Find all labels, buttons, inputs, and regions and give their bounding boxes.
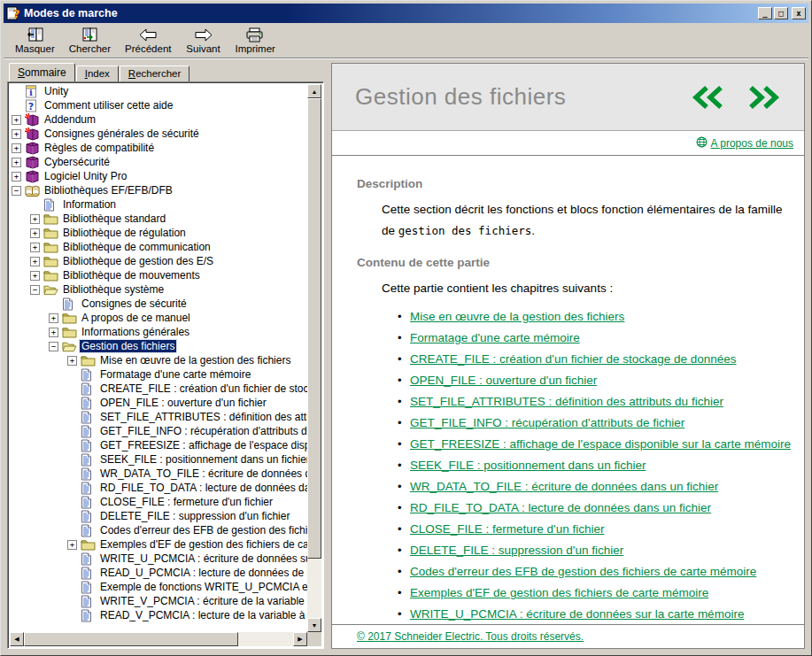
previous-topic-icon[interactable]: [691, 85, 726, 110]
tree-item[interactable]: − Bibliothèque système: [10, 282, 307, 297]
tree-item[interactable]: WR_DATA_TO_FILE : écriture de données da…: [10, 467, 307, 481]
chapter-link[interactable]: DELETE_FILE : suppression d'un fichier: [410, 544, 623, 557]
chapter-link[interactable]: Exemples d'EF de gestion des fichiers de…: [410, 586, 708, 599]
scroll-down-button[interactable]: ▼: [307, 618, 321, 632]
tree-item[interactable]: WRITE_V_PCMCIA : écriture de la variable…: [10, 594, 307, 608]
nav-tab[interactable]: Rechercher: [120, 66, 189, 81]
chapter-link[interactable]: Mise en œuvre de la gestion des fichiers: [410, 310, 624, 323]
scroll-left-button[interactable]: ◀: [10, 632, 24, 646]
tree-item[interactable]: + A propos de ce manuel: [10, 311, 307, 325]
copyright-link[interactable]: © 2017 Schneider Electric. Tous droits r…: [357, 630, 584, 643]
tree-item[interactable]: + Bibliothèque de mouvements: [10, 268, 307, 282]
tree-horizontal-scrollbar[interactable]: ◀ ▶: [10, 632, 307, 646]
chapter-link[interactable]: RD_FILE_TO_DATA : lecture de données dan…: [410, 501, 711, 514]
chapter-link[interactable]: Codes d'erreur des EFB de gestion des fi…: [410, 565, 756, 578]
tree-expander[interactable]: +: [49, 328, 58, 337]
chapter-link[interactable]: WRITE_U_PCMCIA : écriture de données sur…: [410, 607, 744, 621]
tree-expander[interactable]: +: [12, 158, 21, 167]
tree-item[interactable]: GET_FREESIZE : affichage de l'espace dis…: [10, 438, 307, 452]
maximize-button[interactable]: □: [774, 7, 788, 19]
tree-item[interactable]: + Informations générales: [10, 325, 307, 339]
tree-item[interactable]: + Logiciel Unity Pro: [10, 169, 307, 183]
chapter-link[interactable]: SEEK_FILE : positionnement dans un fichi…: [410, 459, 646, 472]
tree-item[interactable]: Formatage d'une carte mémoire: [10, 367, 307, 382]
tree-item[interactable]: READ_V_PCMCIA : lecture de la variable à…: [10, 608, 307, 622]
folder-icon: [43, 254, 58, 268]
tree-item[interactable]: + Bibliothèque de communication: [10, 240, 307, 254]
minimize-button[interactable]: _: [758, 7, 772, 19]
tree-item[interactable]: CLOSE_FILE : fermeture d'un fichier: [10, 495, 307, 509]
tree-item[interactable]: READ_U_PCMCIA : lecture de données de la…: [10, 566, 307, 580]
tree-item[interactable]: + Addendum: [10, 112, 307, 127]
chapter-link[interactable]: OPEN_FILE : ouverture d'un fichier: [410, 374, 597, 387]
tree-item[interactable]: CREATE_FILE : création d'un fichier de s…: [10, 382, 307, 396]
tree-expander[interactable]: +: [67, 356, 77, 366]
tree-expander[interactable]: +: [30, 243, 40, 252]
tree-expander[interactable]: +: [30, 257, 40, 266]
svg-text:i: i: [29, 88, 33, 97]
close-button[interactable]: x: [792, 7, 806, 19]
tree-item[interactable]: + Cybersécurité: [10, 155, 307, 169]
tree-expander[interactable]: +: [12, 143, 21, 153]
tree-expander[interactable]: +: [30, 214, 40, 224]
scroll-up-button[interactable]: ▲: [307, 84, 321, 98]
page-icon: [81, 580, 96, 594]
tree-item-label: Gestion des fichiers: [80, 340, 176, 352]
vertical-scroll-thumb[interactable]: [307, 98, 321, 559]
scroll-right-button[interactable]: ▶: [293, 632, 307, 646]
chapter-link[interactable]: GET_FREESIZE : affichage de l'espace dis…: [410, 437, 791, 451]
tree-item[interactable]: GET_FILE_INFO : récupération d'attributs…: [10, 424, 307, 438]
tree-item[interactable]: DELETE_FILE : suppression d'un fichier: [10, 509, 307, 523]
tree-item[interactable]: i Unity: [10, 84, 307, 98]
toolbar-button[interactable]: Masquer: [9, 25, 61, 58]
chapter-link[interactable]: Formatage d'une carte mémoire: [410, 331, 580, 344]
tree-item[interactable]: SEEK_FILE : positionnement dans un fichi…: [10, 452, 307, 467]
chapter-link[interactable]: CREATE_FILE : création d'un fichier de s…: [410, 352, 737, 366]
tree-item[interactable]: OPEN_FILE : ouverture d'un fichier: [10, 396, 307, 410]
tree-vertical-scrollbar[interactable]: ▲ ▼: [307, 84, 321, 632]
next-topic-icon[interactable]: [746, 85, 781, 110]
tree-item[interactable]: Codes d'erreur des EFB de gestion des fi…: [10, 523, 307, 537]
chapter-link[interactable]: GET_FILE_INFO : récupération d'attributs…: [410, 416, 684, 429]
tree-item[interactable]: + Règles de compatibilité: [10, 141, 307, 155]
tree-expander[interactable]: +: [30, 271, 40, 281]
tree-item[interactable]: + Exemples d'EF de gestion des fichiers …: [10, 537, 307, 552]
tree-expander[interactable]: +: [12, 172, 21, 181]
tree-item-label: Bibliothèque standard: [61, 212, 167, 225]
tree-expander[interactable]: +: [12, 115, 21, 125]
tree-item[interactable]: + Bibliothèque de régulation: [10, 226, 307, 240]
about-us-link[interactable]: A propos de nous: [696, 136, 793, 150]
tree-item[interactable]: − Bibliothèques EF/EFB/DFB: [10, 183, 307, 197]
tree-expander[interactable]: −: [12, 186, 21, 196]
tree-item[interactable]: − Gestion des fichiers: [10, 339, 307, 353]
nav-tab[interactable]: Sommaire: [9, 63, 75, 81]
tree-expander[interactable]: +: [67, 540, 77, 550]
chapter-link[interactable]: CLOSE_FILE : fermeture d'un fichier: [410, 522, 604, 536]
toolbar-button[interactable]: Précédent: [119, 25, 177, 58]
tree-item[interactable]: SET_FILE_ATTRIBUTES : définition des att…: [10, 410, 307, 424]
toolbar-button[interactable]: Suivant: [180, 25, 228, 58]
tree-expander[interactable]: −: [49, 342, 58, 351]
tree-item[interactable]: + Mise en œuvre de la gestion des fichie…: [10, 353, 307, 367]
nav-tab[interactable]: Index: [76, 66, 119, 81]
pane-splitter[interactable]: [324, 63, 331, 649]
tree-item[interactable]: + Bibliothèque standard: [10, 212, 307, 226]
toolbar-button[interactable]: Chercher: [63, 25, 117, 58]
tree-item[interactable]: Consignes de sécurité: [10, 297, 307, 311]
tree-item[interactable]: + Bibliothèque de gestion des E/S: [10, 254, 307, 268]
tree-item[interactable]: ? Comment utiliser cette aide: [10, 98, 307, 112]
tree-item[interactable]: Information: [10, 197, 307, 212]
tree-expander[interactable]: +: [49, 313, 58, 323]
tree-item[interactable]: + Consignes générales de sécurité: [10, 127, 307, 141]
chapter-list-item: OPEN_FILE : ouverture d'un fichier: [398, 370, 793, 391]
chapter-link[interactable]: WR_DATA_TO_FILE : écriture de données da…: [410, 480, 718, 493]
toolbar-button[interactable]: Imprimer: [229, 25, 282, 58]
tree-item[interactable]: Exemple de fonctions WRITE_U_PCMCIA et R…: [10, 580, 307, 594]
tree-expander[interactable]: +: [12, 129, 21, 139]
tree-item[interactable]: RD_FILE_TO_DATA : lecture de données dan…: [10, 481, 307, 495]
tree-expander[interactable]: +: [30, 228, 40, 238]
tree-item[interactable]: WRITE_U_PCMCIA : écriture de données sur…: [10, 552, 307, 566]
chapter-link[interactable]: SET_FILE_ATTRIBUTES : définition des att…: [410, 395, 723, 408]
tree-expander[interactable]: −: [30, 285, 40, 295]
horizontal-scroll-thumb[interactable]: [24, 632, 238, 646]
